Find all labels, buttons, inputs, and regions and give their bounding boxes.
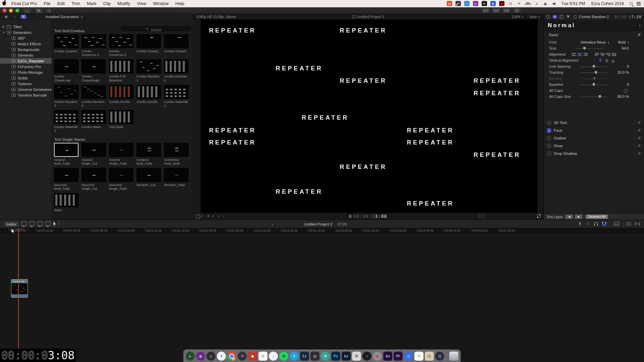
- justify-last-right-icon[interactable]: [606, 53, 610, 56]
- generator-item[interactable]: Descend Multi_Fade: [54, 168, 78, 190]
- generator-thumbnail[interactable]: [54, 168, 78, 182]
- skimming-icon[interactable]: [578, 221, 582, 226]
- ruler-tick[interactable]: 00:04:15:00: [471, 228, 498, 233]
- dock-dark-app[interactable]: ✳: [238, 352, 247, 361]
- video-canvas[interactable]: REPEATERREPEATERREPEATERREPEATERREPEATER…: [201, 19, 538, 213]
- generator-thumbnail[interactable]: [82, 34, 106, 48]
- generator-item[interactable]: Combo ChaseLoop: [54, 59, 78, 82]
- status-accessibility-icon[interactable]: ✛: [517, 1, 522, 6]
- ruler-tick[interactable]: 00:01:15:00: [145, 228, 172, 233]
- installed-generators-popup[interactable]: Installed Generators: [46, 15, 79, 19]
- timeline-track-area[interactable]: [0, 233, 644, 362]
- inspector-pane-toggle[interactable]: [503, 8, 510, 13]
- generator-thumbnail[interactable]: [164, 143, 189, 157]
- text-style-popup[interactable]: Normal ▲▼: [544, 20, 644, 31]
- ruler-tick[interactable]: 00:03:45:00: [416, 228, 443, 233]
- generator-item[interactable]: Grid Static: [109, 110, 133, 132]
- justify-last-center-icon[interactable]: [600, 53, 605, 56]
- generator-thumbnail[interactable]: [82, 143, 106, 157]
- import-media-button[interactable]: ↓: [24, 8, 31, 13]
- menu-item[interactable]: Help: [172, 0, 188, 7]
- sidebar-item-textures[interactable]: Textures: [0, 81, 52, 86]
- enhancements-popup[interactable]: ▼: [207, 215, 214, 218]
- dock-premiere[interactable]: Pr: [394, 352, 403, 361]
- generator-item[interactable]: Ascend Single_Fade: [109, 143, 133, 165]
- disclosure-triangle[interactable]: ▶: [3, 25, 7, 28]
- generator-item[interactable]: Static: [54, 193, 78, 216]
- dock-quicktime[interactable]: Q: [435, 352, 444, 361]
- generator-thumbnail[interactable]: [109, 85, 133, 99]
- ruler-tick[interactable]: 00:01:45:00: [199, 228, 226, 233]
- timeline-project-name[interactable]: Untitled Project 2: [304, 222, 332, 226]
- background-tasks-indicator[interactable]: ◔: [47, 8, 52, 13]
- reset-icon[interactable]: ↺: [637, 127, 641, 134]
- info-inspector-tab[interactable]: i: [573, 15, 577, 19]
- generator-thumbnail[interactable]: [137, 34, 161, 48]
- dock-red-app[interactable]: ◆: [248, 352, 257, 361]
- valign-bottom-icon[interactable]: [611, 59, 615, 63]
- menu-item[interactable]: View: [133, 0, 150, 7]
- connect-edit-icon[interactable]: [21, 222, 26, 226]
- back-chevron-icon[interactable]: ‹: [272, 222, 273, 227]
- effect-checkbox[interactable]: [547, 121, 551, 125]
- sidebar-item-photo-montage[interactable]: Photo Montage: [0, 69, 52, 75]
- dock-photoshop[interactable]: Ps: [331, 352, 340, 361]
- generator-thumbnail[interactable]: [164, 85, 189, 99]
- menu-item[interactable]: File: [40, 0, 54, 7]
- ruler-tick[interactable]: 00:04:00:00: [443, 228, 471, 233]
- align-left-icon[interactable]: [572, 53, 576, 56]
- ruler-tick[interactable]: 00:03:30:00: [389, 228, 416, 233]
- effect-checkbox[interactable]: [547, 152, 551, 156]
- ruler-tick[interactable]: 00:04:30:00: [498, 228, 525, 233]
- dock-purple-orb-app[interactable]: ◉: [196, 352, 205, 361]
- status-airplay-icon[interactable]: ⊿: [534, 1, 539, 6]
- titles-generators-icon[interactable]: T: [21, 15, 26, 19]
- minimize-window-button[interactable]: [9, 9, 13, 12]
- sidebar-item-backgrounds[interactable]: Backgrounds: [0, 47, 52, 52]
- generator-thumbnail[interactable]: [54, 34, 78, 48]
- generator-item[interactable]: Random_Fade: [164, 168, 189, 190]
- generator-item[interactable]: Combo Random 5: [82, 85, 106, 107]
- generator-thumbnail[interactable]: [109, 34, 133, 48]
- generator-item[interactable]: Combo Random 1: [137, 59, 161, 82]
- generator-thumbnail[interactable]: [137, 143, 161, 157]
- align-center-icon[interactable]: [578, 53, 582, 56]
- generator-item[interactable]: Combo Waterfall 1: [164, 85, 189, 107]
- timeline-ruler[interactable]: 00:00:00:0000:00:15:0000:00:30:0000:00:4…: [0, 228, 644, 233]
- text-inspector-tab[interactable]: [552, 15, 557, 19]
- generator-thumbnail[interactable]: [109, 168, 133, 182]
- all-caps-checkbox[interactable]: [624, 89, 628, 93]
- audio-inspector-tab[interactable]: [566, 15, 571, 19]
- generator-item[interactable]: CenterOut Fade_Multi: [164, 143, 189, 165]
- dock-camera-app[interactable]: ◉: [373, 352, 382, 361]
- bowtie-icon[interactable]: [635, 222, 640, 226]
- timeline-pane-toggle[interactable]: [492, 8, 500, 13]
- menu-bar-clock[interactable]: Tue 9:51 PM: [558, 1, 588, 6]
- reset-icon[interactable]: ↺: [637, 134, 641, 142]
- ruler-tick[interactable]: 00:02:15:00: [253, 228, 280, 233]
- generator-thumbnail[interactable]: [82, 110, 106, 124]
- dock-textedit[interactable]: ✎: [415, 352, 424, 361]
- sidebar-item-fxfactory-pro[interactable]: FxFactory Pro: [0, 64, 52, 69]
- align-right-icon[interactable]: [583, 53, 588, 56]
- menu-item[interactable]: Mark: [84, 0, 100, 7]
- generator-item[interactable]: Combo Chase3: [164, 34, 189, 57]
- generator-item[interactable]: Combo Waterfall 2: [54, 110, 78, 132]
- ruler-tick[interactable]: 00:00:45:00: [90, 228, 117, 233]
- zoom-level-popup[interactable]: 139%▼: [512, 15, 524, 19]
- sidebar-item-ezco-repeater[interactable]: EzCo_Repeater: [0, 58, 52, 64]
- overwrite-edit-icon[interactable]: [46, 222, 51, 226]
- sidebar-item-titles[interactable]: ▶ Titles: [0, 24, 52, 29]
- clip-appearance-icon[interactable]: [614, 222, 619, 226]
- deselect-all-button[interactable]: Deselect All: [586, 215, 608, 219]
- ruler-tick[interactable]: 00:03:00:00: [335, 228, 362, 233]
- effect-checkbox[interactable]: [547, 128, 551, 132]
- size-slider[interactable]: [576, 48, 603, 49]
- playhead[interactable]: [18, 228, 19, 349]
- generator-thumbnail[interactable]: [54, 59, 78, 73]
- generator-item[interactable]: Combo Scroll1: [109, 85, 133, 107]
- generator-thumbnail[interactable]: [137, 59, 161, 73]
- generator-item[interactable]: Combo CenterOut 2: [109, 34, 133, 57]
- status-red-orb-icon[interactable]: ●: [499, 1, 504, 6]
- generator-thumbnail[interactable]: [109, 143, 133, 157]
